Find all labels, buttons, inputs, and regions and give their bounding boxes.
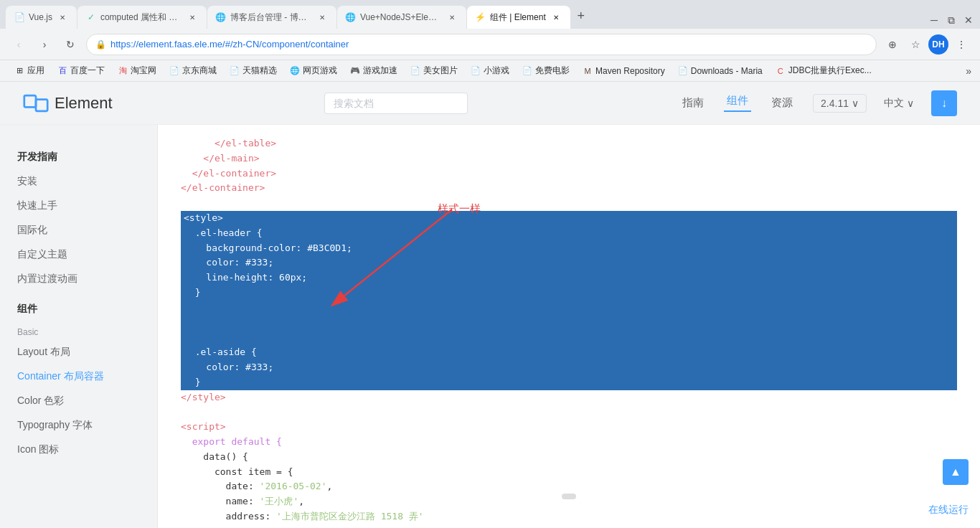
forward-button[interactable]: ›	[34, 34, 55, 55]
sidebar-item-transition[interactable]: 内置过渡动画	[0, 267, 157, 291]
code-area[interactable]: </el-table> </el-main> </el-container> <…	[158, 125, 980, 528]
code-style-tag-close: </style>	[181, 390, 226, 405]
bookmark-label-apps: 应用	[27, 65, 44, 77]
tab-element[interactable]: ⚡ 组件 | Element ✕	[467, 6, 570, 29]
bookmarks-more[interactable]: »	[966, 65, 971, 77]
tab-close-vue-node[interactable]: ✕	[446, 11, 458, 23]
downloads-icon: 📄	[678, 66, 688, 76]
bookmark-apps[interactable]: ⊞ 应用	[9, 63, 50, 78]
code-const-item: const item = {	[181, 465, 293, 480]
github-button[interactable]: ↓	[931, 90, 957, 116]
bookmark-label-jdbc: JDBC批量执行Exec...	[788, 65, 872, 77]
bookmark-label-downloads: Downloads - Maria	[691, 66, 763, 76]
settings-icon[interactable]: ⋮	[951, 34, 971, 55]
close-button[interactable]: ✕	[963, 14, 974, 26]
sidebar-section-component: 组件	[0, 297, 157, 321]
sidebar-item-layout[interactable]: Layout 布局	[0, 340, 157, 364]
code-line-color: color: #333;	[181, 255, 957, 270]
translate-icon[interactable]: ⊕	[882, 34, 903, 55]
tab-close-blog[interactable]: ✕	[316, 11, 328, 23]
profile-button[interactable]: DH	[928, 34, 948, 55]
nav-guide[interactable]: 指南	[679, 96, 707, 110]
page-body: 开发指南 安装 快速上手 国际化 自定义主题 内置过渡动画 组件 Basic L…	[0, 125, 980, 528]
code-line-height: line-height: 60px;	[184, 270, 307, 286]
webgame-icon: 🌐	[290, 66, 300, 76]
code-line-3: </el-container>	[181, 166, 957, 182]
sidebar-item-color[interactable]: Color 色彩	[0, 389, 157, 413]
nav-resources[interactable]: 资源	[768, 96, 796, 110]
tab-close-computed[interactable]: ✕	[187, 11, 198, 23]
code-line-data: data() {	[181, 450, 957, 465]
version-select[interactable]: 2.4.11 ∨	[813, 94, 867, 113]
code-line-style-close: </style>	[181, 390, 957, 405]
svg-rect-0	[24, 95, 36, 107]
bookmark-jdbc[interactable]: C JDBC批量执行Exec...	[770, 63, 877, 78]
tab-title-element: 组件 | Element	[490, 11, 546, 24]
code-tag-el-main-close: </el-main>	[181, 151, 260, 166]
tab-blog[interactable]: 🌐 博客后台管理 - 博客园 ✕	[207, 6, 336, 29]
tab-title-blog: 博客后台管理 - 博客园	[230, 11, 312, 24]
sidebar-item-quickstart[interactable]: 快速上手	[0, 194, 157, 218]
taobao-icon: 淘	[118, 66, 128, 76]
bookmark-label-movie: 免费电影	[535, 65, 570, 77]
code-close-brace1: }	[184, 286, 200, 301]
sidebar-item-container[interactable]: Container 布局容器	[0, 364, 157, 389]
sidebar-sub-basic: Basic	[0, 324, 157, 340]
tab-computed[interactable]: ✓ computed 属性和 watcher - ✕	[77, 6, 207, 29]
tab-vuejs[interactable]: 📄 Vue.js ✕	[6, 6, 77, 29]
bookmark-jd[interactable]: 📄 京东商城	[164, 63, 222, 78]
lock-icon: 🔒	[95, 39, 106, 50]
bookmark-tianmao[interactable]: 📄 天猫精选	[224, 63, 283, 78]
lang-select[interactable]: 中文 ∨	[884, 97, 914, 110]
maximize-button[interactable]: ⧉	[946, 14, 957, 26]
code-line-close-brace1: }	[181, 286, 957, 301]
bookmark-taobao[interactable]: 淘 淘宝网	[112, 63, 162, 78]
tab-vue-node[interactable]: 🌐 Vue+NodeJS+ElementUI 的 ✕	[337, 6, 466, 29]
code-line-script-open: <script>	[181, 420, 957, 435]
sidebar-item-install[interactable]: 安装	[0, 169, 157, 194]
new-tab-button[interactable]: +	[571, 6, 591, 26]
bookmark-icon[interactable]: ☆	[905, 34, 925, 55]
scroll-top-button[interactable]: ▲	[943, 459, 969, 485]
toolbar-icons: ⊕ ☆ DH ⋮	[882, 34, 971, 55]
bookmark-label-webgame: 网页游戏	[303, 65, 337, 77]
element-logo-icon	[23, 90, 49, 116]
movie-icon: 📄	[522, 66, 532, 76]
search-box[interactable]	[324, 93, 468, 114]
code-line-color2: color: #333;	[181, 360, 957, 375]
minimize-button[interactable]: ─	[928, 14, 940, 26]
sidebar-item-icon[interactable]: Icon 图标	[0, 438, 157, 462]
code-line-export: export default {	[181, 435, 957, 450]
tab-close-element[interactable]: ✕	[550, 11, 562, 23]
tab-title-computed: computed 属性和 watcher -	[100, 11, 182, 24]
sidebar-item-typography[interactable]: Typography 字体	[0, 413, 157, 438]
maven-icon: M	[583, 66, 593, 76]
bookmark-baidu[interactable]: 百 百度一下	[52, 63, 110, 78]
search-input[interactable]	[324, 93, 468, 114]
tianmao-icon: 📄	[230, 66, 240, 76]
tab-close-vuejs[interactable]: ✕	[57, 11, 68, 23]
bookmark-photos[interactable]: 📄 美女图片	[405, 63, 463, 78]
bookmark-label-jd: 京东商城	[182, 65, 217, 77]
address-box[interactable]: 🔒 https://element.faas.ele.me/#/zh-CN/co…	[86, 34, 877, 55]
bookmark-maven[interactable]: M Maven Repository	[577, 65, 671, 77]
back-button[interactable]: ‹	[9, 34, 29, 55]
nav-components[interactable]: 组件	[724, 94, 751, 112]
sidebar-item-i18n[interactable]: 国际化	[0, 218, 157, 242]
bookmark-movie[interactable]: 📄 免费电影	[517, 63, 575, 78]
bookmark-label-baidu: 百度一下	[70, 65, 105, 77]
bookmark-label-minigame: 小游戏	[484, 65, 509, 77]
bookmark-webgame[interactable]: 🌐 网页游戏	[284, 63, 343, 78]
code-line-el-header: .el-header {	[181, 226, 957, 241]
element-header: Element 指南 组件 资源 2.4.11 ∨ 中文 ∨ ↓	[0, 82, 980, 125]
bookmark-downloads[interactable]: 📄 Downloads - Maria	[672, 65, 768, 77]
address-bar-row: ‹ › ↻ 🔒 https://element.faas.ele.me/#/zh…	[0, 29, 980, 60]
element-logo[interactable]: Element	[23, 90, 113, 116]
sidebar-item-theme[interactable]: 自定义主题	[0, 242, 157, 267]
bookmark-gameaccel[interactable]: 🎮 游戏加速	[344, 63, 403, 78]
online-run-link[interactable]: 在线运行	[928, 504, 969, 517]
scroll-bottom-indicator	[562, 494, 576, 499]
code-bg-color: background-color: #B3C0D1;	[184, 241, 352, 256]
bookmark-minigame[interactable]: 📄 小游戏	[465, 63, 515, 78]
reload-button[interactable]: ↻	[60, 34, 80, 55]
